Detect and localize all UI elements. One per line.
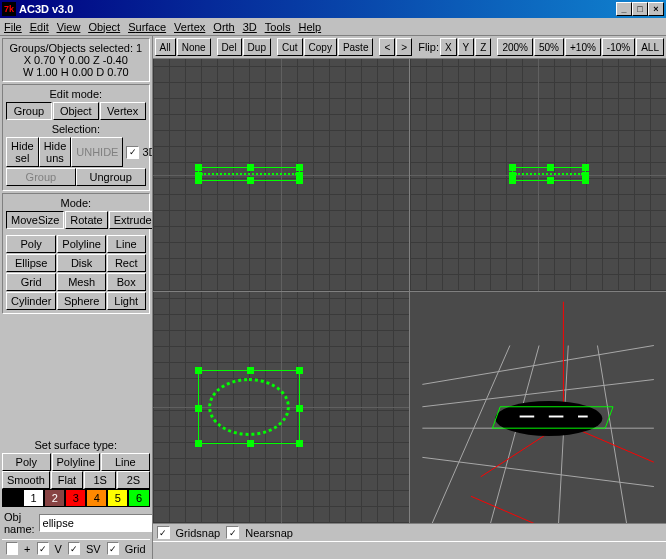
del-button[interactable]: Del [217, 38, 242, 56]
zoom-all-button[interactable]: ALL [636, 38, 664, 56]
color-swatch-5[interactable]: 5 [107, 489, 128, 507]
cylinder-button[interactable]: Cylinder [6, 292, 56, 310]
color-swatch-0[interactable] [2, 489, 23, 507]
zoom-plus10-button[interactable]: +10% [565, 38, 601, 56]
color-swatch-2[interactable]: 2 [44, 489, 65, 507]
status-bar [153, 541, 666, 559]
nearsnap-checkbox[interactable]: ✓ [226, 526, 239, 539]
titlebar: 7k AC3D v3.0 _ □ × [0, 0, 666, 18]
cut-button[interactable]: Cut [277, 38, 303, 56]
color-swatch-4[interactable]: 4 [86, 489, 107, 507]
menu-file[interactable]: File [4, 21, 22, 33]
mesh-button[interactable]: Mesh [57, 273, 106, 291]
color-swatch-1[interactable]: 1 [23, 489, 44, 507]
svg-point-12 [495, 400, 602, 435]
edit-mode-vertex-button[interactable]: Vertex [100, 102, 146, 120]
extrude-button[interactable]: Extrude [109, 211, 153, 229]
color-swatch-3[interactable]: 3 [65, 489, 86, 507]
svg-line-3 [422, 345, 654, 384]
ungroup-button[interactable]: Ungroup [76, 168, 146, 186]
grid-checkbox[interactable]: ✓ [107, 542, 119, 555]
flip-x-button[interactable]: X [440, 38, 457, 56]
surface-panel: Set surface type: Poly Polyline Line Smo… [2, 439, 150, 507]
viewport-side[interactable] [410, 59, 666, 291]
copy-button[interactable]: Copy [304, 38, 337, 56]
dims-readout: W 1.00 H 0.00 D 0.70 [6, 66, 146, 78]
mode-title: Mode: [6, 197, 146, 209]
box-button[interactable]: Box [107, 273, 146, 291]
dup-button[interactable]: Dup [243, 38, 271, 56]
zoom-200-button[interactable]: 200% [497, 38, 533, 56]
toolbar: All None Del Dup Cut Copy Paste < > Flip… [153, 36, 666, 59]
ellipse-button[interactable]: Ellipse [6, 254, 56, 272]
viewport-top[interactable] [153, 292, 409, 524]
3d-checkbox[interactable]: ✓ [126, 146, 139, 159]
menu-help[interactable]: Help [298, 21, 321, 33]
info-panel: Groups/Objects selected: 1 X 0.70 Y 0.00… [2, 38, 150, 82]
minimize-button[interactable]: _ [616, 2, 632, 16]
v-label: V [55, 543, 62, 555]
svg-line-7 [597, 345, 626, 523]
3d-label: 3D [142, 146, 152, 158]
menu-surface[interactable]: Surface [128, 21, 166, 33]
surf-flat-button[interactable]: Flat [51, 471, 83, 489]
sphere-button[interactable]: Sphere [57, 292, 106, 310]
light-button[interactable]: Light [107, 292, 146, 310]
flip-y-button[interactable]: Y [458, 38, 475, 56]
color-palette: 1 2 3 4 5 6 [2, 489, 150, 507]
viewport-front[interactable] [153, 59, 409, 291]
prev-button[interactable]: < [379, 38, 395, 56]
surf-polyline-button[interactable]: Polyline [52, 453, 101, 471]
group-button[interactable]: Group [6, 168, 76, 186]
menu-edit[interactable]: Edit [30, 21, 49, 33]
sv-checkbox[interactable]: ✓ [68, 542, 80, 555]
menu-vertex[interactable]: Vertex [174, 21, 205, 33]
menu-3d[interactable]: 3D [243, 21, 257, 33]
bottom-options: + ✓V ✓SV ✓Grid [2, 539, 150, 557]
plus-checkbox[interactable] [6, 542, 18, 555]
color-swatch-6[interactable]: 6 [128, 489, 149, 507]
polyline-button[interactable]: Polyline [57, 235, 106, 253]
maximize-button[interactable]: □ [632, 2, 648, 16]
viewports [153, 59, 666, 523]
obj-name-input[interactable] [39, 514, 153, 532]
rotate-button[interactable]: Rotate [65, 211, 107, 229]
surf-poly-button[interactable]: Poly [2, 453, 51, 471]
menu-tools[interactable]: Tools [265, 21, 291, 33]
sel-none-button[interactable]: None [177, 38, 211, 56]
grid-button[interactable]: Grid [6, 273, 56, 291]
surf-2s-button[interactable]: 2S [117, 471, 149, 489]
svg-line-11 [471, 496, 534, 523]
obj-name-row: Obj name: [2, 509, 150, 537]
edit-mode-group-button[interactable]: Group [6, 102, 52, 120]
sel-all-button[interactable]: All [155, 38, 176, 56]
next-button[interactable]: > [396, 38, 412, 56]
menu-object[interactable]: Object [88, 21, 120, 33]
window-title: AC3D v3.0 [19, 3, 616, 15]
surf-line-button[interactable]: Line [101, 453, 150, 471]
disk-button[interactable]: Disk [57, 254, 106, 272]
gridsnap-checkbox[interactable]: ✓ [157, 526, 170, 539]
line-button[interactable]: Line [107, 235, 146, 253]
menu-view[interactable]: View [57, 21, 81, 33]
rect-button[interactable]: Rect [107, 254, 146, 272]
grid-label: Grid [125, 543, 146, 555]
hide-uns-button[interactable]: Hide uns [39, 137, 72, 167]
flip-z-button[interactable]: Z [475, 38, 491, 56]
movesize-button[interactable]: MoveSize [6, 211, 64, 229]
edit-mode-object-button[interactable]: Object [53, 102, 99, 120]
close-button[interactable]: × [648, 2, 664, 16]
selection-title: Selection: [6, 123, 146, 135]
zoom-50-button[interactable]: 50% [534, 38, 564, 56]
viewport-3d[interactable] [410, 292, 666, 524]
hide-sel-button[interactable]: Hide sel [6, 137, 39, 167]
surf-1s-button[interactable]: 1S [84, 471, 116, 489]
unhide-button[interactable]: UNHIDE [71, 137, 123, 167]
surf-smooth-button[interactable]: Smooth [2, 471, 50, 489]
poly-button[interactable]: Poly [6, 235, 56, 253]
zoom-minus10-button[interactable]: -10% [602, 38, 635, 56]
mode-panel: Mode: MoveSize Rotate Extrude Poly Polyl… [2, 193, 150, 314]
v-checkbox[interactable]: ✓ [37, 542, 49, 555]
paste-button[interactable]: Paste [338, 38, 374, 56]
menu-orth[interactable]: Orth [213, 21, 234, 33]
